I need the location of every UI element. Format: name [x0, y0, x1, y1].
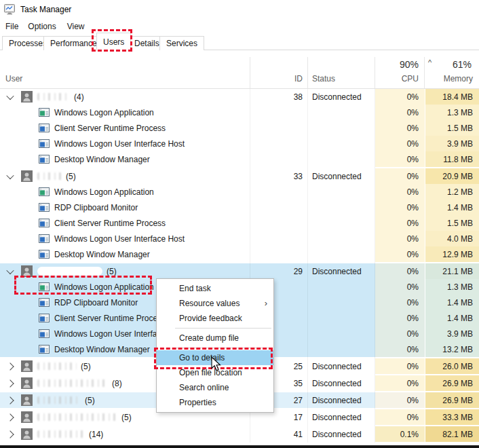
chevron-icon[interactable]: [6, 92, 14, 99]
table-row[interactable]: Windows Logon Application 0% 1.2 MB: [0, 184, 479, 200]
id-cell: [250, 151, 307, 167]
process-name: Desktop Window Manager: [54, 250, 150, 259]
user-cell[interactable]: Desktop Window Manager: [0, 151, 250, 167]
redacted-user-name: [37, 413, 117, 421]
table-row[interactable]: Windows Logon User Interface Host 0% 3.9…: [0, 136, 479, 151]
process-icon: [39, 203, 50, 212]
status-cell: [307, 136, 375, 151]
chevron-icon[interactable]: [6, 266, 14, 274]
context-menu-item-end-task[interactable]: End task: [157, 281, 273, 296]
table-row[interactable]: (5) 33 Disconnected 0% 20.9 MB: [0, 168, 479, 184]
user-cell[interactable]: Windows Logon User Interface Host: [0, 136, 250, 151]
context-menu-item-resource-values[interactable]: Resource values ›: [157, 296, 273, 311]
table-row[interactable]: Desktop Window Manager 0% 12.9 MB: [0, 246, 479, 262]
id-cell: 29: [250, 263, 307, 279]
chevron-icon[interactable]: [6, 379, 14, 387]
user-cell[interactable]: Client Server Runtime Process: [0, 120, 250, 136]
user-cell[interactable]: Windows Logon Application: [0, 105, 250, 120]
memory-cell: 1.5 MB: [425, 120, 479, 136]
column-header-cpu[interactable]: CPU: [375, 74, 419, 83]
tab-performance[interactable]: Performance: [43, 36, 104, 50]
user-cell[interactable]: (5): [0, 263, 250, 279]
memory-cell: 12.9 MB: [425, 246, 479, 262]
column-header-status[interactable]: Status: [312, 74, 335, 83]
cpu-total-value: 90%: [375, 59, 419, 70]
cpu-cell: 0%: [375, 168, 425, 184]
process-icon: [39, 124, 50, 132]
process-icon: [39, 219, 50, 227]
user-avatar-icon: [21, 377, 33, 389]
table-row[interactable]: (4) 38 Disconnected 0% 18.4 MB: [0, 89, 479, 105]
table-row[interactable]: (5) 29 Disconnected 0% 21.1 MB: [0, 263, 479, 279]
redacted-user-name: [37, 430, 85, 438]
table-row[interactable]: Desktop Window Manager 0% 11.8 MB: [0, 151, 479, 167]
column-header-user[interactable]: User: [5, 74, 22, 83]
process-name: Client Server Runtime Process: [54, 124, 166, 133]
user-avatar-icon: [21, 360, 33, 372]
status-cell: [307, 151, 375, 167]
cpu-cell: 0%: [375, 151, 425, 167]
process-count: (14): [89, 430, 103, 439]
chevron-icon[interactable]: [6, 430, 14, 438]
id-cell: [250, 246, 307, 262]
table-row[interactable]: RDP Clipboard Monitor 0% 1.4 MB: [0, 200, 479, 215]
chevron-icon[interactable]: [6, 413, 14, 421]
status-cell: Disconnected: [307, 358, 375, 374]
process-icon: [39, 298, 50, 307]
memory-cell: 11.8 MB: [425, 151, 479, 167]
tab-services[interactable]: Services: [159, 36, 204, 50]
status-cell: [307, 105, 375, 120]
column-separator: [375, 89, 375, 443]
column-header-memory[interactable]: Memory: [425, 74, 473, 83]
menu-view[interactable]: View: [64, 20, 88, 33]
process-name: Client Server Runtime Process: [54, 314, 166, 323]
status-cell: [307, 246, 375, 262]
column-header-id[interactable]: ID: [250, 74, 303, 83]
status-cell: [307, 295, 375, 310]
status-cell: [307, 184, 375, 200]
user-avatar-icon: [21, 394, 33, 406]
process-name: Client Server Runtime Process: [54, 219, 166, 228]
menu-options[interactable]: Options: [25, 20, 58, 33]
user-avatar-icon: [21, 428, 33, 440]
user-cell[interactable]: Windows Logon User Interface Host: [0, 231, 250, 246]
user-avatar-icon: [21, 265, 33, 277]
table-row[interactable]: Windows Logon Application 0% 1.3 MB: [0, 105, 479, 120]
memory-cell: 1.3 MB: [425, 105, 479, 120]
user-cell[interactable]: RDP Clipboard Monitor: [0, 200, 250, 215]
cpu-cell: 0%: [375, 310, 425, 326]
process-name: RDP Clipboard Monitor: [54, 298, 138, 307]
user-cell[interactable]: Windows Logon Application: [0, 184, 250, 200]
context-menu-item-properties[interactable]: Properties: [157, 395, 273, 410]
redacted-user-name: [37, 379, 108, 387]
status-cell: [307, 341, 375, 357]
table-row[interactable]: (14) 41 Disconnected 0.1% 82.1 MB: [0, 426, 479, 442]
redacted-user-name: [37, 362, 77, 370]
menu-separator: [175, 348, 271, 348]
user-cell[interactable]: Desktop Window Manager: [0, 246, 250, 262]
chevron-icon[interactable]: [6, 362, 14, 370]
id-cell: [250, 231, 307, 246]
tab-users[interactable]: Users: [96, 33, 131, 51]
cpu-cell: 0%: [375, 200, 425, 215]
context-menu-item-create-dump-file[interactable]: Create dump file: [157, 331, 273, 346]
chevron-icon[interactable]: [6, 171, 14, 179]
context-menu-item-search-online[interactable]: Search online: [157, 380, 273, 395]
memory-cell: 1.2 MB: [425, 184, 479, 200]
user-cell[interactable]: Client Server Runtime Process: [0, 215, 250, 231]
process-icon: [39, 345, 50, 354]
status-cell: [307, 310, 375, 326]
status-cell: Disconnected: [307, 263, 375, 279]
status-cell: Disconnected: [307, 392, 375, 408]
context-menu-item-provide-feedback[interactable]: Provide feedback: [157, 311, 273, 326]
user-cell[interactable]: (14): [0, 426, 250, 442]
table-row[interactable]: Client Server Runtime Process 0% 1.5 MB: [0, 215, 479, 231]
user-cell[interactable]: (5): [0, 168, 250, 184]
memory-cell: 1.4 MB: [425, 295, 479, 310]
table-row[interactable]: Windows Logon User Interface Host 0% 4.0…: [0, 231, 479, 246]
chevron-icon[interactable]: [6, 396, 14, 404]
process-count: (5): [107, 267, 117, 276]
table-row[interactable]: Client Server Runtime Process 0% 1.5 MB: [0, 120, 479, 136]
user-cell[interactable]: (4): [0, 89, 250, 105]
menu-file[interactable]: File: [3, 20, 21, 33]
